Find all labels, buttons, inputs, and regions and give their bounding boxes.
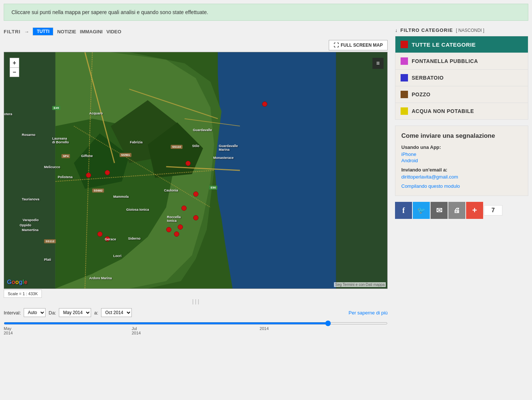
map-marker-5[interactable] bbox=[193, 191, 198, 197]
interval-select[interactable]: Auto bbox=[24, 308, 46, 317]
da-label: Da: bbox=[48, 310, 56, 316]
share-count: 7 bbox=[484, 205, 502, 216]
scale-bar: Scale = 1 : 433K bbox=[4, 289, 388, 298]
category-label-fontanella: FONTANELLA PUBBLICA bbox=[412, 58, 478, 64]
email-address-link[interactable]: dirittoperlavita@gmail.com bbox=[401, 174, 522, 180]
timeline-label-jul: Jul2014 bbox=[132, 326, 141, 335]
timeline-label-2014: 2014 bbox=[260, 326, 268, 335]
interval-label: Interval: bbox=[4, 310, 21, 316]
filtro-title: FILTRO CATEGORIE bbox=[401, 27, 453, 33]
interval-bar: Interval: Auto Da: May 2014 a: Oct 2014 … bbox=[4, 305, 388, 319]
map-label-sanluca: San Luca bbox=[41, 289, 56, 289]
map-controls: ⛶ FULL SCREEN MAP bbox=[4, 39, 388, 52]
category-label-serbatoio: SERBATOIO bbox=[412, 75, 444, 81]
map-marker-7[interactable] bbox=[193, 215, 198, 220]
per-saperne-link[interactable]: Per saperne di più bbox=[348, 310, 388, 316]
map-layer-button[interactable]: ≡ bbox=[372, 58, 384, 69]
map-marker-10[interactable] bbox=[166, 227, 171, 232]
come-inviare-title: Come inviare una segnalazione bbox=[401, 132, 522, 140]
category-item-serbatoio[interactable]: SERBATOIO bbox=[395, 70, 528, 86]
timeline-labels: May2014 Jul2014 2014 bbox=[4, 326, 388, 335]
come-inviare-box: Come inviare una segnalazione Usando una… bbox=[395, 126, 528, 196]
timeline-handle: | | | bbox=[192, 299, 199, 304]
map-marker-2[interactable] bbox=[86, 173, 91, 178]
map-marker-9[interactable] bbox=[174, 231, 179, 237]
google-logo: Google bbox=[7, 279, 27, 286]
form-link[interactable]: Compilando questo modulo bbox=[401, 183, 522, 189]
zoom-in-button[interactable]: + bbox=[10, 58, 19, 67]
category-item-pozzo[interactable]: POZZO bbox=[395, 86, 528, 103]
print-icon: 🖨 bbox=[454, 207, 460, 214]
category-color-pozzo bbox=[401, 91, 408, 98]
da-date-select[interactable]: May 2014 bbox=[59, 308, 91, 317]
social-bar: f 🐦 ✉ 🖨 + 7 bbox=[395, 202, 528, 219]
category-panel: TUTTE LE CATEGORIE FONTANELLA PUBBLICA S… bbox=[395, 36, 528, 120]
map-marker-8[interactable] bbox=[178, 224, 183, 230]
category-item-fontanella[interactable]: FONTANELLA PUBBLICA bbox=[395, 53, 528, 70]
plus-share-button[interactable]: + bbox=[466, 202, 483, 219]
map-container: E45 SP4 SS501 SS110 SS682 E90 SS112 Rosa… bbox=[4, 52, 388, 289]
category-label-acqua: ACQUA NON POTABILE bbox=[412, 108, 474, 114]
banner-text: Cliccare sui punti nella mappa per saper… bbox=[11, 9, 208, 15]
mail-icon: ✉ bbox=[436, 206, 442, 215]
category-item-tutte[interactable]: TUTTE LE CATEGORIE bbox=[395, 36, 528, 53]
map-marker-1[interactable] bbox=[105, 170, 110, 175]
category-color-acqua bbox=[401, 107, 408, 115]
category-color-fontanella bbox=[401, 57, 408, 65]
timeline-slider[interactable] bbox=[4, 322, 388, 324]
timeline-label-may: May2014 bbox=[4, 326, 13, 335]
android-link[interactable]: Android bbox=[401, 158, 522, 163]
map-marker-6[interactable] bbox=[181, 206, 187, 211]
filter-label: FILTRI bbox=[4, 29, 20, 34]
email-share-button[interactable]: ✉ bbox=[431, 202, 448, 219]
map-zoom-controls: + − bbox=[10, 58, 19, 77]
map-marker-4[interactable] bbox=[262, 101, 267, 107]
facebook-share-button[interactable]: f bbox=[395, 202, 412, 219]
twitter-share-button[interactable]: 🐦 bbox=[413, 202, 430, 219]
a-label: a: bbox=[94, 310, 98, 316]
facebook-icon: f bbox=[402, 206, 405, 215]
category-color-serbatoio bbox=[401, 74, 408, 81]
map-marker-12[interactable] bbox=[105, 236, 110, 241]
category-color-tutte bbox=[401, 41, 408, 48]
info-banner: Cliccare sui punti nella mappa per saper… bbox=[4, 4, 528, 21]
category-label-pozzo: POZZO bbox=[412, 91, 431, 97]
twitter-icon: 🐦 bbox=[417, 206, 425, 214]
category-item-acqua[interactable]: ACQUA NON POTABILE bbox=[395, 103, 528, 119]
zoom-out-button[interactable]: − bbox=[10, 67, 19, 77]
scale-label: Scale = 1 : 433K bbox=[4, 290, 42, 298]
fullscreen-label: FULL SCREEN MAP bbox=[341, 43, 383, 48]
print-button[interactable]: 🖨 bbox=[448, 202, 465, 219]
filter-video-button[interactable]: VIDEO bbox=[106, 29, 121, 34]
filter-arrow: → bbox=[24, 29, 29, 34]
email-label: Inviando un'email a: bbox=[401, 167, 522, 173]
map-terms: Seg Termini e con·Dati mappa bbox=[334, 282, 386, 287]
map-marker-11[interactable] bbox=[97, 231, 103, 237]
fullscreen-icon: ⛶ bbox=[334, 42, 339, 48]
filter-immagini-button[interactable]: IMMAGINI bbox=[80, 29, 103, 34]
filter-tutti-button[interactable]: TUTTI bbox=[33, 27, 53, 36]
filtro-categorie-header: ↓ FILTRO CATEGORIE [ NASCONDI ] bbox=[395, 24, 528, 36]
usando-app-label: Usando una App: bbox=[401, 144, 522, 150]
timeline-container: May2014 Jul2014 2014 bbox=[4, 319, 388, 339]
a-date-select[interactable]: Oct 2014 bbox=[101, 308, 132, 317]
filtro-hide-link[interactable]: [ NASCONDI ] bbox=[456, 28, 484, 33]
plus-icon: + bbox=[472, 206, 477, 215]
fullscreen-map-button[interactable]: ⛶ FULL SCREEN MAP bbox=[329, 40, 388, 50]
category-label-tutte: TUTTE LE CATEGORIE bbox=[412, 41, 476, 48]
iphone-link[interactable]: iPhone bbox=[401, 151, 522, 157]
filter-bar: FILTRI → TUTTI NOTIZIE IMMAGINI VIDEO bbox=[4, 24, 388, 39]
filter-notizie-button[interactable]: NOTIZIE bbox=[57, 29, 76, 34]
filtro-arrow-icon: ↓ bbox=[395, 27, 398, 33]
map-marker-3[interactable] bbox=[185, 161, 191, 166]
